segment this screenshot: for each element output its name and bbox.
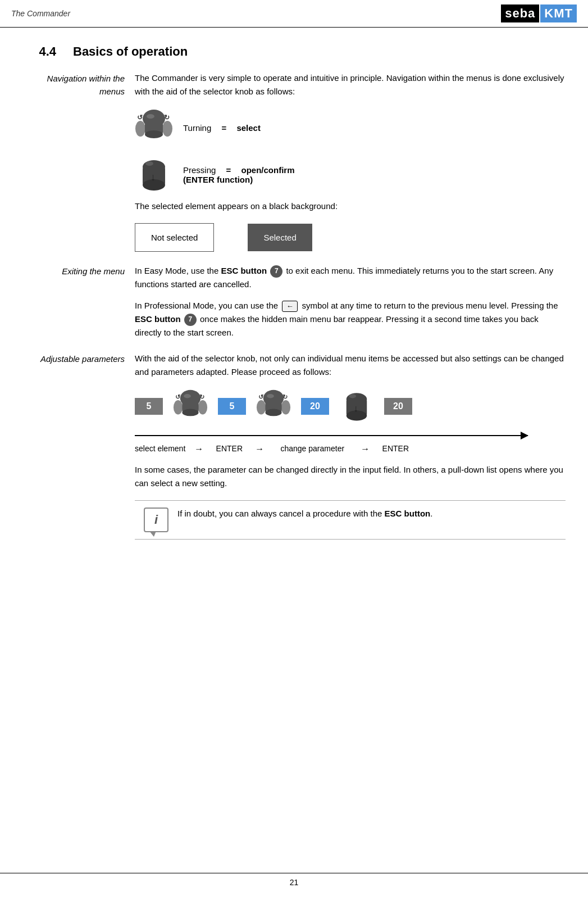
label-select-element: select element [135,444,185,453]
navigation-text: The Commander is very simple to operate … [135,71,566,98]
logo: seba KMT [501,4,577,22]
params-visual: 5 ↺ ↻ 5 [135,389,566,424]
adjustable-text2-row: In some cases, the parameter can be chan… [22,463,566,490]
section-number: 4.4 [22,44,56,59]
arrow-labels: select element → ENTER → change paramete… [135,444,528,454]
svg-point-17 [182,409,198,416]
adjustable-row: Adjustable parameters With the aid of th… [22,352,566,379]
svg-point-21 [257,400,266,415]
arrow-line [135,435,528,436]
exiting-label: Exiting the menu [22,264,135,339]
svg-point-14 [198,400,207,415]
param-box-highlight: 5 [218,398,246,415]
knob-turning-row: ↺ ↻ Turning = select [135,108,566,147]
knob-pressing-row: ↓ Pressing = open/confirm(ENTER function… [135,156,566,194]
section-heading: 4.4 Basics of operation [22,44,566,59]
page-header: The Commander seba KMT [0,0,588,28]
svg-point-12 [145,161,153,166]
param-unit-3: 20 [301,398,329,415]
logo-seba: seba [501,4,539,22]
param-box-initial: 5 [135,398,163,415]
svg-point-25 [265,409,281,416]
knob-turning-section: ↺ ↻ Turning = select ↓ [135,108,566,194]
label-enter-1: ENTER [212,444,246,453]
svg-point-4 [145,130,163,138]
param-unit-2: 5 [218,398,246,415]
section-title: Basics of operation [73,44,188,59]
exiting-row: Exiting the menu In Easy Mode, use the E… [22,264,566,339]
arrow-3: → [361,444,370,454]
svg-point-22 [281,400,290,415]
note-text: If in doubt, you can always cancel a pro… [177,508,432,520]
label-change-parameter: change parameter [273,444,352,453]
note-box: i If in doubt, you can always cancel a p… [135,500,566,540]
main-content: 4.4 Basics of operation Navigation withi… [0,28,588,556]
header-title: The Commander [11,9,70,18]
adjustable-text: With the aid of the selector knob, not o… [135,352,566,379]
svg-text:↻: ↻ [282,393,288,400]
exiting-para1: In Easy Mode, use the ESC button 7 to ex… [135,264,566,291]
logo-kmt: KMT [540,4,577,22]
svg-text:↓: ↓ [354,403,358,413]
svg-text:↺: ↺ [258,393,263,400]
back-icon [282,301,298,312]
selection-intro-row: The selected element appears on a black … [22,200,566,213]
svg-text:↻: ↻ [164,114,170,121]
svg-text:↓: ↓ [151,171,156,183]
svg-point-13 [174,400,183,415]
selection-intro-text: The selected element appears on a black … [135,200,566,213]
knob-param-icon-1: ↺ ↻ [173,389,208,424]
param-box-changed: 20 [301,398,329,415]
page-footer: 21 [0,873,588,887]
pressing-knob-icon: ↓ [135,156,173,194]
selected-box: Selected [248,224,312,251]
knob-param-icon-3: ↓ [339,389,374,424]
svg-point-0 [135,121,145,137]
knob-param-icon-2: ↺ ↻ [256,389,291,424]
esc-circle-1: 7 [270,265,282,278]
label-enter-2: ENTER [379,444,412,453]
note-icon: i [144,508,168,532]
esc-circle-2: 7 [184,314,197,326]
svg-text:↺: ↺ [137,114,143,121]
adjustable-text2: In some cases, the parameter can be chan… [135,463,566,490]
svg-text:↺: ↺ [175,393,180,400]
svg-point-33 [349,394,356,398]
turning-knob-icon: ↺ ↻ [135,108,173,147]
exiting-para2: In Professional Mode, you can use the sy… [135,299,566,339]
selection-demo: Not selected Selected [135,223,566,252]
arrow-1: → [194,444,203,454]
navigation-row: Navigation within the menus The Commande… [22,71,566,98]
knob-turning-text: Turning = select [183,123,261,133]
svg-point-18 [184,394,191,398]
arrow-2: → [255,444,264,454]
param-unit-4: 20 [384,398,412,415]
adjustable-label: Adjustable parameters [22,352,135,379]
page-number: 21 [290,878,299,887]
not-selected-box: Not selected [135,223,214,252]
param-unit-1: 5 [135,398,163,415]
arrow-line-container [135,429,528,441]
exiting-text1-block: In Easy Mode, use the ESC button 7 to ex… [135,264,566,339]
svg-text:↻: ↻ [199,393,204,400]
knob-pressing-text: Pressing = open/confirm(ENTER function) [183,165,294,184]
svg-point-5 [147,114,154,119]
svg-point-26 [267,394,274,398]
navigation-label: Navigation within the menus [22,71,135,98]
svg-point-1 [162,121,172,137]
param-box-final: 20 [384,398,412,415]
